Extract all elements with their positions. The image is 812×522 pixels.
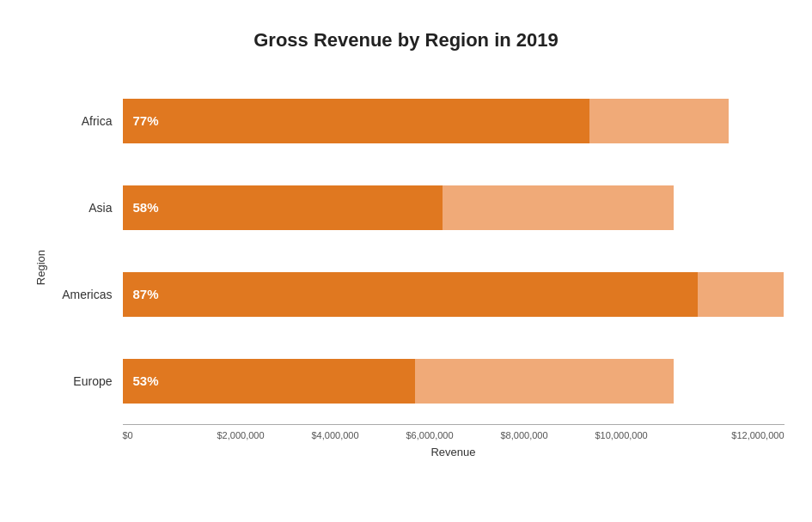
bar-track: 87% [123,272,785,317]
x-tick: $6,000,000 [406,430,501,440]
y-axis-label-wrap: Region [28,77,54,458]
chart-inner: Africa77%Asia58%Americas87%Europe53% $0$… [54,77,785,458]
x-tick: $12,000,000 [690,430,785,440]
bar-fill-light [443,185,675,230]
bar-track: 58% [123,185,785,230]
bar-pct: 87% [133,287,159,301]
chart-title: Gross Revenue by Region in 2019 [253,29,559,52]
chart-body: Region Africa77%Asia58%Americas87%Europe… [28,77,785,458]
x-tick: $8,000,000 [501,430,595,440]
bar-pct: 77% [133,113,159,128]
bar-label-americas: Americas [54,288,123,301]
bar-track: 77% [123,99,785,143]
x-tick: $0 [123,430,217,440]
bar-row: Africa77% [54,90,785,152]
x-tick: $4,000,000 [312,430,406,440]
bar-fill-light [589,99,729,143]
bar-fill-main: 87% [123,272,699,317]
bar-fill-light [698,272,784,317]
bars-area: Africa77%Asia58%Americas87%Europe53% [54,77,785,424]
bar-fill-main: 58% [123,185,443,230]
bar-label-asia: Asia [54,201,123,215]
bar-fill-main: 53% [123,359,415,404]
bar-row: Asia58% [54,177,785,239]
bar-pct: 58% [133,200,159,215]
y-axis-label: Region [34,250,47,285]
chart-container: Gross Revenue by Region in 2019 Region A… [11,12,802,510]
x-axis-ticks: $0$2,000,000$4,000,000$6,000,000$8,000,0… [123,424,785,440]
bar-label-europe: Europe [54,374,123,388]
bar-label-africa: Africa [54,114,123,128]
x-axis-area: $0$2,000,000$4,000,000$6,000,000$8,000,0… [123,424,785,458]
bar-pct: 53% [133,373,159,388]
bar-fill-light [415,359,675,404]
x-tick: $10,000,000 [595,430,690,440]
bar-track: 53% [123,359,785,404]
bar-row: Americas87% [54,264,785,325]
bar-fill-main: 77% [123,99,589,143]
bar-row: Europe53% [54,350,785,412]
x-axis-label: Revenue [123,446,785,458]
x-tick: $2,000,000 [217,430,312,440]
